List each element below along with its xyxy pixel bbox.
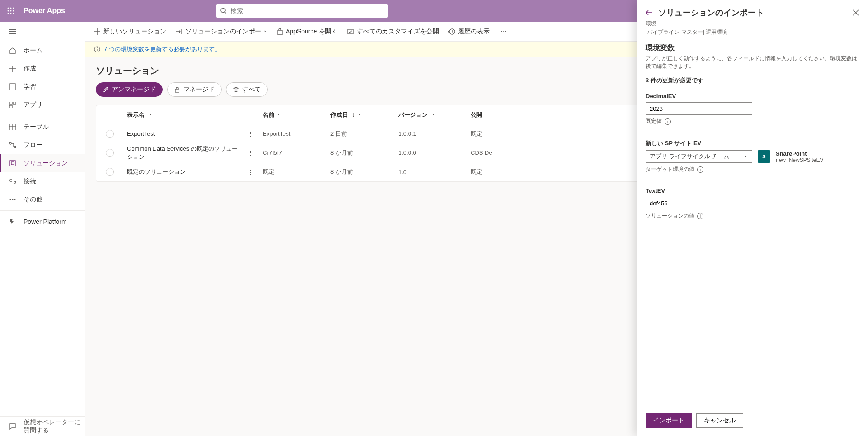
svg-rect-16: [10, 84, 15, 90]
cell-display: 既定のソリューション: [127, 168, 186, 176]
pill-unmanaged[interactable]: アンマネージド: [96, 82, 163, 97]
nav-label: フロー: [24, 141, 42, 149]
cancel-button[interactable]: キャンセル: [696, 413, 743, 428]
import-button[interactable]: インポート: [646, 413, 692, 428]
row-radio[interactable]: [106, 130, 114, 138]
close-icon: [853, 9, 859, 16]
svg-rect-25: [10, 161, 15, 166]
svg-rect-17: [9, 102, 12, 104]
panel-back-button[interactable]: [646, 9, 653, 16]
cmd-new-solution[interactable]: 新しいソリューション: [94, 28, 166, 36]
stack-icon: [233, 86, 239, 93]
cmd-label: ソリューションのインポート: [185, 28, 268, 36]
chat-icon: [9, 423, 16, 430]
row-radio[interactable]: [106, 168, 114, 176]
nav-flows[interactable]: フロー: [0, 136, 85, 154]
waffle-icon[interactable]: [0, 0, 22, 22]
table-icon: [9, 124, 16, 130]
text-input[interactable]: [646, 197, 752, 209]
svg-rect-32: [348, 29, 353, 34]
nav-apps[interactable]: アプリ: [0, 96, 85, 114]
nav-home[interactable]: ホーム: [0, 42, 85, 60]
nav-power-platform[interactable]: Power Platform: [0, 213, 85, 231]
select-value: アプリ ライフサイクル チーム: [650, 152, 729, 161]
cmd-publish-all[interactable]: すべてのカスタマイズを公開: [347, 28, 439, 36]
cell-display: ExportTest: [127, 130, 155, 137]
svg-point-6: [8, 13, 9, 14]
row-radio[interactable]: [106, 149, 114, 157]
nav-create[interactable]: 作成: [0, 60, 85, 78]
pill-managed[interactable]: マネージド: [167, 82, 222, 97]
cell-version: 1.0: [395, 169, 467, 175]
svg-point-9: [221, 8, 225, 13]
section-title: 環境変数: [646, 43, 859, 53]
th-name[interactable]: 名前: [259, 111, 327, 119]
cell-version: 1.0.0.0: [395, 149, 467, 156]
th-version[interactable]: バージョン: [395, 111, 467, 119]
cell-name: Cr7f5f7: [259, 149, 327, 156]
sharepoint-icon: S: [758, 150, 770, 163]
search-input[interactable]: [231, 7, 384, 14]
pill-label: マネージド: [183, 85, 215, 94]
svg-point-2: [13, 8, 14, 9]
cell-name: ExportTest: [259, 130, 327, 137]
nav-label: 作成: [24, 65, 36, 73]
svg-rect-37: [175, 89, 179, 92]
cmd-appsource[interactable]: AppSource を開く: [277, 28, 338, 36]
nav-solutions[interactable]: ソリューション: [0, 154, 85, 172]
cmd-history[interactable]: 履歴の表示: [448, 28, 490, 36]
cmd-overflow[interactable]: ⋯: [500, 28, 508, 35]
nav-learn[interactable]: 学習: [0, 78, 85, 96]
row-menu-button[interactable]: ⋮: [246, 128, 255, 139]
th-display[interactable]: 表示名: [123, 111, 259, 119]
svg-line-10: [225, 12, 226, 14]
cmd-label: AppSource を開く: [286, 28, 338, 36]
spsite-select[interactable]: アプリ ライフサイクル チーム: [646, 150, 752, 163]
more-icon: [9, 199, 16, 200]
cell-created: 8 か月前: [327, 168, 395, 176]
search-box[interactable]: [216, 4, 388, 18]
nav-connections[interactable]: 接続: [0, 172, 85, 190]
nav-more[interactable]: その他: [0, 190, 85, 209]
chevron-down-icon: [277, 113, 282, 117]
svg-point-29: [14, 199, 16, 200]
flow-icon: [9, 142, 16, 148]
left-nav: ホーム 作成 学習 アプリ テーブル フロー ソリューション 接続 その他 Po…: [0, 22, 85, 436]
field-spsite: 新しい SP サイト EV アプリ ライフサイクル チーム ターゲット環境の値i…: [646, 139, 859, 180]
nav-tables[interactable]: テーブル: [0, 118, 85, 136]
svg-point-3: [8, 10, 9, 12]
import-panel: ソリューションのインポート 環境 [パイプライン マスター] 運用環境 環境変数…: [637, 0, 868, 436]
row-menu-button[interactable]: ⋮: [246, 167, 255, 177]
info-icon[interactable]: i: [697, 213, 703, 219]
field-help: 既定値: [646, 118, 662, 125]
home-icon: [9, 47, 16, 54]
plus-icon: [94, 28, 100, 35]
field-help: ソリューションの値: [646, 212, 694, 220]
row-menu-button[interactable]: ⋮: [246, 147, 255, 158]
nav-collapse-button[interactable]: [0, 22, 85, 42]
panel-close-button[interactable]: [853, 9, 859, 16]
field-help: ターゲット環境の値: [646, 166, 694, 173]
chevron-down-icon: [358, 113, 363, 117]
info-icon[interactable]: i: [697, 166, 703, 173]
cmd-import-solution[interactable]: ソリューションのインポート: [175, 28, 268, 36]
brand-label: Power Apps: [22, 7, 65, 15]
plus-icon: [9, 66, 16, 72]
nav-footer[interactable]: 仮想オペレーターに質問する: [0, 416, 85, 436]
svg-point-28: [12, 199, 14, 200]
pencil-icon: [103, 86, 109, 93]
th-created[interactable]: 作成日: [327, 111, 395, 119]
updates-required: 3 件の更新が必要です: [646, 76, 859, 85]
info-icon[interactable]: i: [665, 118, 671, 125]
svg-point-24: [14, 146, 16, 148]
svg-point-5: [13, 10, 14, 12]
pill-label: アンマネージド: [112, 85, 156, 94]
decimal-input[interactable]: [646, 102, 752, 115]
field-label: 新しい SP サイト EV: [646, 139, 859, 147]
cmd-label: 履歴の表示: [458, 28, 490, 36]
bag-icon: [277, 28, 283, 35]
apps-icon: [9, 102, 16, 108]
pill-all[interactable]: すべて: [226, 82, 268, 97]
connector-id: new_NewSPSiteEV: [776, 157, 823, 163]
message-link[interactable]: 7 つの環境変数を更新する必要があります。: [104, 45, 221, 53]
